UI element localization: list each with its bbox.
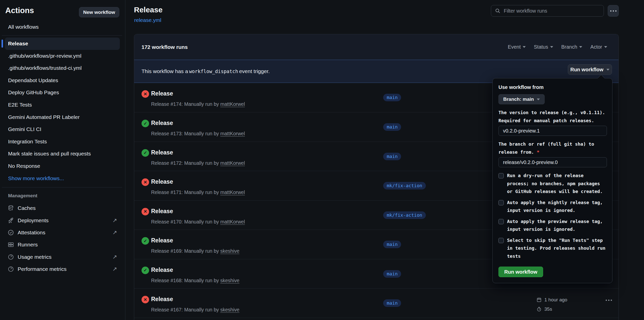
- run-description-text: Release #171: Manually run by: [151, 189, 220, 195]
- workflow-item-label: Dependabot Updates: [8, 77, 58, 83]
- management-item[interactable]: Deployments ↗: [5, 214, 120, 226]
- sidebar-workflow-item[interactable]: Show more workflows...: [5, 172, 120, 185]
- run-actor-link[interactable]: skeshive: [220, 278, 239, 283]
- sidebar-workflow-item[interactable]: .github/workflows/pr-review.yml: [5, 50, 120, 62]
- run-branch-badge[interactable]: main: [383, 123, 401, 131]
- run-actor-link[interactable]: mattKorwel: [220, 219, 245, 225]
- management-item[interactable]: Usage metrics ↗: [5, 251, 120, 263]
- sidebar: Actions New workflow All workflows Relea…: [0, 0, 125, 320]
- management-item-label: Attestations: [18, 230, 45, 236]
- management-item[interactable]: Runners: [5, 239, 120, 251]
- filter-dropdown-label: Event: [508, 44, 521, 50]
- run-actor-link[interactable]: skeshive: [220, 307, 239, 312]
- management-item[interactable]: Performance metrics ↗: [5, 263, 120, 275]
- run-workflow-submit-button[interactable]: Run workflow: [498, 267, 543, 277]
- workflow-dispatch-code: workflow_dispatch: [189, 69, 238, 74]
- runs-filter-dropdown[interactable]: Status: [534, 44, 553, 50]
- run-title[interactable]: Release: [151, 267, 173, 273]
- checkbox[interactable]: [498, 219, 504, 224]
- checkbox[interactable]: [498, 238, 504, 243]
- workflow-run-row[interactable]: Release Release #167: Manually run by sk…: [134, 288, 619, 317]
- run-branch-badge[interactable]: main: [383, 241, 401, 248]
- filter-workflow-runs-box: [491, 5, 604, 17]
- chevron-down-icon: [604, 46, 607, 48]
- branch-selector-button[interactable]: Branch: main: [498, 94, 545, 104]
- workflow-options-kebab-button[interactable]: [608, 5, 619, 17]
- run-description: Release #169: Manually run by skeshive: [151, 248, 239, 254]
- version-input[interactable]: [498, 126, 607, 136]
- run-workflow-dropdown-button[interactable]: Run workflow: [568, 64, 612, 75]
- run-title[interactable]: Release: [151, 208, 173, 215]
- workflow-item-label: Deploy GitHub Pages: [8, 89, 59, 95]
- run-status-icon: [142, 237, 149, 245]
- checkbox[interactable]: [498, 200, 504, 205]
- run-title[interactable]: Release: [151, 237, 173, 244]
- sidebar-workflow-item[interactable]: Deploy GitHub Pages: [5, 86, 120, 99]
- chevron-down-icon: [537, 99, 540, 100]
- filter-dropdown-label: Status: [534, 44, 548, 50]
- chevron-down-icon: [523, 46, 526, 48]
- sidebar-workflow-item[interactable]: E2E Tests: [5, 99, 120, 111]
- popup-heading: Use workflow from: [498, 84, 606, 90]
- workflow-item-label: Mark stale issues and pull requests: [8, 151, 91, 156]
- partial-run-row: [134, 318, 619, 320]
- chevron-down-icon: [606, 69, 609, 71]
- banner-text-before: This workflow has a: [142, 68, 188, 74]
- run-title[interactable]: Release: [151, 149, 173, 156]
- run-kebab-menu[interactable]: [606, 300, 612, 301]
- sidebar-workflow-item[interactable]: No Response: [5, 160, 120, 172]
- run-title[interactable]: Release: [151, 178, 173, 185]
- sidebar-workflow-item[interactable]: Gemini CLI CI: [5, 123, 120, 136]
- runs-filter-dropdown[interactable]: Event: [508, 44, 526, 50]
- sidebar-workflow-item[interactable]: Integration Tests: [5, 136, 120, 148]
- runs-filters: Event Status Branch: [508, 44, 607, 50]
- run-branch-badge[interactable]: main: [383, 299, 401, 307]
- workflow-file-link[interactable]: release.yml: [134, 17, 161, 23]
- run-branch-badge[interactable]: main: [383, 94, 401, 101]
- management-item[interactable]: Caches: [5, 202, 120, 214]
- run-description: Release #173: Manually run by mattKorwel: [151, 131, 245, 137]
- verified-icon: [8, 229, 14, 236]
- popup-checkbox-item: Auto apply the nightly release tag, inpu…: [498, 199, 606, 214]
- run-status-icon: [142, 149, 149, 157]
- filter-workflow-runs-input[interactable]: [504, 8, 600, 14]
- run-actor-link[interactable]: mattKorwel: [220, 189, 245, 195]
- run-description-text: Release #170: Manually run by: [151, 219, 220, 225]
- chevron-down-icon: [550, 46, 553, 48]
- run-branch-badge[interactable]: main: [383, 270, 401, 278]
- run-branch-badge[interactable]: main: [383, 153, 401, 160]
- workflow-item-label: .github/workflows/trusted-ci.yml: [8, 65, 82, 71]
- run-actor-link[interactable]: mattKorwel: [220, 101, 245, 107]
- sidebar-divider: [2, 35, 122, 36]
- filter-dropdown-label: Branch: [561, 44, 577, 50]
- sidebar-workflow-item[interactable]: Release: [5, 38, 120, 50]
- ref-input[interactable]: [498, 157, 607, 167]
- run-time: 1 hour ago: [544, 297, 567, 303]
- run-duration: 35s: [544, 306, 552, 312]
- runs-filter-dropdown[interactable]: Actor: [590, 44, 607, 50]
- run-title[interactable]: Release: [151, 90, 173, 97]
- workflow-item-label: .github/workflows/pr-review.yml: [8, 53, 81, 59]
- sidebar-workflow-item[interactable]: Gemini Automated PR Labeler: [5, 111, 120, 123]
- run-title[interactable]: Release: [151, 296, 173, 303]
- run-description: Release #172: Manually run by mattKorwel: [151, 160, 245, 166]
- version-field-description: The version to release (e.g., v0.1.11). …: [498, 109, 607, 124]
- sidebar-workflow-item[interactable]: .github/workflows/trusted-ci.yml: [5, 62, 120, 74]
- checkbox[interactable]: [498, 173, 504, 178]
- run-branch-badge[interactable]: mk/fix-action: [383, 182, 426, 189]
- run-description: Release #171: Manually run by mattKorwel: [151, 189, 245, 195]
- sidebar-workflow-item[interactable]: Mark stale issues and pull requests: [5, 148, 120, 160]
- run-actor-link[interactable]: mattKorwel: [220, 131, 245, 136]
- rocket-icon: [8, 217, 14, 224]
- run-title[interactable]: Release: [151, 120, 173, 126]
- sidebar-workflow-item[interactable]: Dependabot Updates: [5, 74, 120, 87]
- run-branch-badge[interactable]: mk/fix-action: [383, 211, 426, 219]
- run-description: Release #174: Manually run by mattKorwel: [151, 101, 245, 107]
- management-item[interactable]: Attestations ↗: [5, 227, 120, 239]
- run-actor-link[interactable]: skeshive: [220, 248, 239, 254]
- required-asterisk: *: [537, 149, 540, 155]
- new-workflow-button[interactable]: New workflow: [79, 7, 119, 17]
- run-actor-link[interactable]: mattKorwel: [220, 160, 245, 166]
- runs-filter-dropdown[interactable]: Branch: [561, 44, 582, 50]
- sidebar-item-all-workflows[interactable]: All workflows: [5, 21, 120, 33]
